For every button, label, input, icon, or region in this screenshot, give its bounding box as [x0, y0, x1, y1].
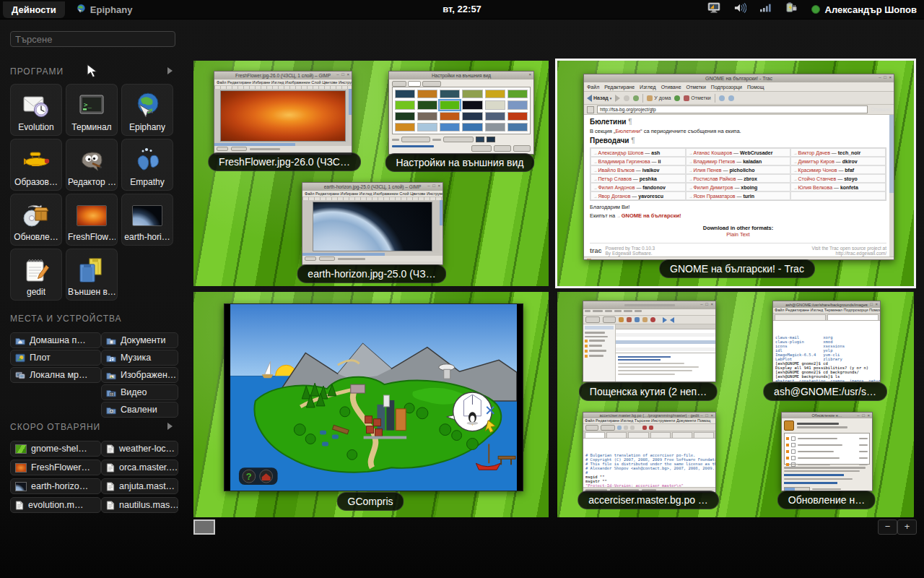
app-tile-evolution[interactable]: Evolution	[10, 84, 62, 136]
translator-name-link[interactable]: Владимира Гиргинова	[593, 159, 650, 164]
appearance-body	[389, 79, 533, 155]
window-appearance-preferences[interactable]: Настройки на външния вид×	[388, 71, 534, 155]
zoom-out-icon[interactable]	[728, 95, 734, 101]
menu-item[interactable]: Изглед	[640, 85, 656, 90]
menu-item[interactable]: Подпрозорци	[711, 85, 742, 90]
place-item-desktop[interactable]: Плот	[10, 350, 101, 366]
svg-text:?: ?	[246, 471, 252, 482]
back-button[interactable]: Назад▾	[587, 95, 611, 102]
app-tile-gedit[interactable]: gedit	[10, 249, 62, 301]
window-gimp-freshflower[interactable]: FreshFlower.jpg-26.0 (ЧЗСЦ, 1 слой) – GI…	[214, 71, 352, 155]
page-scrollbar[interactable]	[889, 115, 894, 256]
programs-expand-icon[interactable]	[167, 67, 173, 74]
plain-text-link[interactable]: Plain Text	[726, 231, 749, 238]
window-gcompris[interactable]: ?	[224, 303, 523, 491]
window-terminal[interactable]: ash@GNOME:/usr/share/backgrounds/images–…	[772, 301, 881, 382]
user-menu[interactable]: Александър Шопов	[811, 4, 917, 15]
wallpaper-grid	[392, 87, 531, 134]
team-link[interactable]: GNOME на български!	[616, 212, 681, 219]
menu-item[interactable]: Отиване	[661, 85, 681, 90]
updates-list	[784, 433, 870, 465]
translator-name-link[interactable]: Ростислав Райков	[689, 176, 736, 181]
menu-item[interactable]: Файл	[587, 85, 599, 90]
translator-name-link[interactable]: Александър Шопов	[593, 150, 643, 155]
translator-cell: Стойчо Станчевstoyo	[790, 174, 886, 183]
recent-item-nautilus[interactable]: nautilus.mas…	[101, 497, 178, 513]
zoom-in-icon[interactable]	[719, 95, 725, 101]
workspace-indicator[interactable]	[193, 519, 215, 535]
home-button[interactable]: У дома	[647, 95, 671, 101]
app-tile-updates[interactable]: Обновле…	[10, 194, 62, 246]
app-tile-terminal[interactable]: >_ Терминал	[66, 84, 118, 136]
go-button[interactable]: Отиване	[871, 107, 891, 112]
app-tile-earthhorizon[interactable]: earth-hori…	[121, 194, 173, 246]
translator-name-link[interactable]: Ивайло Вълков	[593, 168, 635, 173]
recent-item-orca[interactable]: orca.master.…	[101, 460, 178, 475]
add-workspace-button[interactable]: +	[897, 519, 917, 535]
app-tile-empathy[interactable]: Empathy	[121, 139, 173, 191]
place-item-documents[interactable]: Документи	[101, 332, 178, 348]
url-input[interactable]: http://fsa-bg.org/project/gtp	[597, 105, 868, 113]
volume-icon[interactable]	[733, 2, 746, 17]
remove-workspace-button[interactable]: −	[878, 519, 897, 535]
gimp-canvas-area	[302, 200, 443, 256]
window-titlebar: – □ ×	[583, 301, 715, 309]
translator-name-link[interactable]: Филип Димитров	[689, 185, 733, 190]
recent-item-earthhorizon[interactable]: earth-horizo…	[10, 478, 101, 494]
app-tile-appearance[interactable]: Външен в…	[66, 249, 118, 301]
window-gimp-earthhorizon[interactable]: earth-horizon.jpg-25.0 (ЧЗСЦ, 1 слой) – …	[302, 182, 443, 265]
app-tile-gimp[interactable]: Редактор …	[66, 139, 118, 191]
recent-expand-icon[interactable]	[167, 423, 173, 430]
translator-name-link[interactable]: Виктор Дачев	[793, 150, 830, 155]
bookmarks-button[interactable]: Отметки	[684, 95, 710, 101]
recent-item-freshflower[interactable]: FreshFlower…	[10, 460, 101, 475]
translator-name-link[interactable]: Явор Доганов	[593, 194, 630, 199]
app-menu-button[interactable]: Epiphany	[75, 3, 133, 17]
translator-name-link[interactable]: Атанас Кошаров	[689, 150, 732, 155]
bulletins-link[interactable]: Бюлетини	[615, 128, 640, 134]
translator-name-link[interactable]: Владимир Петков	[689, 159, 735, 164]
place-item-home[interactable]: Домашна п…	[10, 332, 101, 348]
network-signal-icon[interactable]	[759, 2, 772, 17]
menu-item[interactable]: Редактиране	[604, 85, 635, 90]
app-tile-epiphany[interactable]: Epiphany	[121, 84, 173, 136]
menu-item[interactable]: Отметки	[687, 85, 706, 90]
place-item-network[interactable]: Локална мр…	[10, 367, 101, 383]
translator-name-link[interactable]: Красимир Чонов	[793, 168, 837, 173]
stop-button[interactable]	[624, 95, 629, 101]
translator-name-link[interactable]: Илия Пенев	[689, 168, 722, 173]
place-item-music[interactable]: Музика	[101, 350, 178, 366]
menu-item[interactable]: Помощ	[747, 85, 764, 90]
app-tile-gcompris[interactable]: Образов…	[10, 139, 62, 191]
app-tile-freshflower[interactable]: FreshFlow…	[66, 194, 118, 246]
display-icon[interactable]	[707, 2, 720, 17]
wallpaper-tile	[485, 90, 505, 98]
recent-item-evolution-file[interactable]: evolution.m…	[10, 497, 101, 513]
translator-name-link[interactable]: Филип Андонов	[593, 185, 635, 190]
translator-name-link[interactable]: Димитър Киров	[793, 159, 834, 164]
forward-button[interactable]	[615, 95, 620, 102]
translator-cell: Филип Андоновfandonov	[590, 183, 686, 191]
translator-name-link[interactable]: Юлия Велкова	[793, 185, 832, 190]
window-update-manager[interactable]: Обновление н…– □ ×	[781, 412, 873, 491]
recent-item-gnome-shell[interactable]: gnome-shel…	[10, 441, 101, 457]
evolution-right-pane	[616, 324, 715, 382]
window-epiphany-browser[interactable]: GNOME на български! - Trac– □ × ФайлРеда…	[583, 74, 894, 260]
translator-name-link[interactable]: Ясен Праматаров	[689, 194, 736, 199]
clock[interactable]: вт, 22:57	[443, 4, 481, 14]
translator-name-link[interactable]: Петър Славов	[593, 176, 632, 181]
translator-nick: kaladan	[735, 159, 762, 164]
place-item-pictures[interactable]: Изображен…	[101, 367, 178, 383]
history-button[interactable]	[674, 95, 680, 101]
activities-button[interactable]: Дейности	[3, 1, 65, 18]
translator-name-link[interactable]: Стойчо Станчев	[793, 176, 836, 181]
battery-icon[interactable]	[785, 2, 798, 17]
place-item-downloads[interactable]: Свалени	[101, 402, 178, 418]
place-item-videos[interactable]: Видео	[101, 384, 178, 400]
recent-item-weather[interactable]: weather-loc…	[101, 441, 178, 457]
window-gedit[interactable]: accerciser.master.bg.po (…/programming/m…	[583, 412, 716, 493]
window-evolution-mail[interactable]: – □ ×	[583, 301, 716, 382]
search-input[interactable]	[10, 31, 175, 47]
recent-item-anjuta[interactable]: anjuta.mast…	[101, 478, 178, 494]
reload-button[interactable]	[633, 95, 639, 101]
